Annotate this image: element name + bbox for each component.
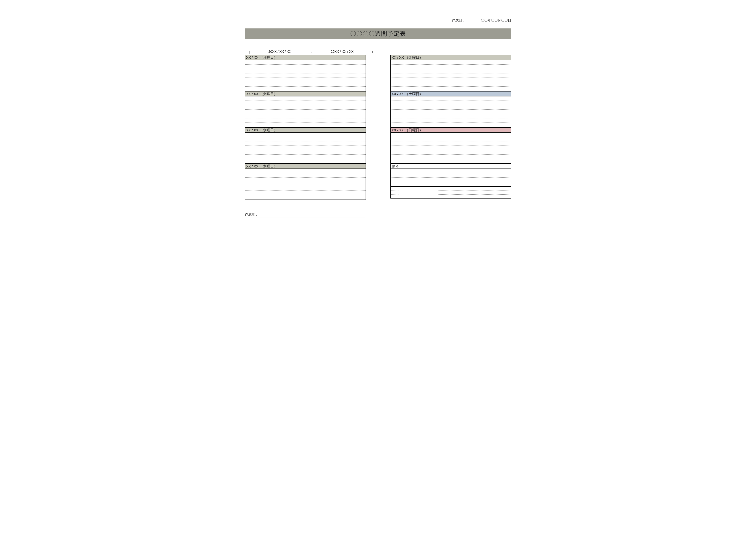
- stamp-left-gutter: [391, 187, 399, 198]
- schedule-line[interactable]: [245, 114, 365, 119]
- schedule-line[interactable]: [245, 150, 365, 154]
- schedule-line[interactable]: [391, 114, 511, 119]
- schedule-line[interactable]: [391, 133, 511, 137]
- schedule-line[interactable]: [245, 87, 365, 91]
- schedule-line[interactable]: [245, 141, 365, 146]
- day-lines-friday: [391, 60, 511, 91]
- schedule-line[interactable]: [391, 60, 511, 65]
- day-block-friday: XX / XX （金曜日）: [391, 55, 511, 91]
- schedule-line[interactable]: [391, 169, 511, 173]
- day-header-tuesday: XX / XX （火曜日）: [245, 91, 365, 96]
- schedule-line[interactable]: [391, 159, 511, 163]
- author-field[interactable]: 作成者：: [245, 212, 365, 217]
- day-lines-sunday: [391, 133, 511, 163]
- document-meta: 作成日： 〇〇年〇〇月〇〇日: [245, 18, 511, 23]
- schedule-line[interactable]: [391, 123, 511, 127]
- schedule-line[interactable]: [245, 73, 365, 78]
- stamp-row: [391, 186, 511, 198]
- schedule-line[interactable]: [245, 105, 365, 110]
- schedule-line[interactable]: [391, 69, 511, 73]
- day-header-wednesday: XX / XX （水曜日）: [245, 127, 365, 133]
- day-header-friday: XX / XX （金曜日）: [391, 55, 511, 60]
- schedule-line[interactable]: [245, 146, 365, 150]
- right-column: XX / XX （金曜日） XX / XX （土曜日）: [391, 55, 511, 200]
- range-close-paren: ）: [371, 50, 375, 54]
- schedule-line[interactable]: [438, 195, 511, 198]
- schedule-line[interactable]: [391, 137, 511, 141]
- schedule-line[interactable]: [391, 187, 399, 191]
- day-header-thursday: XX / XX （木曜日）: [245, 164, 365, 169]
- schedule-line[interactable]: [245, 159, 365, 163]
- schedule-columns: XX / XX （月曜日） XX / XX （火曜日）: [245, 55, 511, 200]
- day-lines-tuesday: [245, 96, 365, 127]
- day-block-wednesday: XX / XX （水曜日）: [245, 127, 366, 164]
- schedule-line[interactable]: [245, 110, 365, 114]
- schedule-line[interactable]: [245, 177, 365, 182]
- schedule-line[interactable]: [391, 73, 511, 78]
- stamp-box[interactable]: [425, 187, 438, 198]
- range-end-date: 20XX / XX / XX: [331, 50, 353, 54]
- schedule-line[interactable]: [245, 96, 365, 101]
- schedule-line[interactable]: [245, 195, 365, 200]
- schedule-line[interactable]: [245, 123, 365, 127]
- schedule-line[interactable]: [391, 119, 511, 123]
- schedule-line[interactable]: [438, 191, 511, 194]
- schedule-line[interactable]: [245, 119, 365, 123]
- schedule-line[interactable]: [391, 177, 511, 182]
- day-lines-saturday: [391, 96, 511, 127]
- schedule-line[interactable]: [391, 101, 511, 105]
- stamp-right-area: [438, 187, 511, 198]
- schedule-line[interactable]: [245, 154, 365, 159]
- schedule-line[interactable]: [245, 60, 365, 65]
- schedule-line[interactable]: [391, 195, 399, 198]
- schedule-line[interactable]: [391, 173, 511, 177]
- day-lines-wednesday: [245, 133, 365, 163]
- schedule-line[interactable]: [245, 69, 365, 73]
- schedule-line[interactable]: [391, 105, 511, 110]
- day-lines-monday: [245, 60, 365, 91]
- schedule-line[interactable]: [245, 191, 365, 195]
- schedule-line[interactable]: [245, 182, 365, 186]
- schedule-line[interactable]: [391, 78, 511, 82]
- day-header-monday: XX / XX （月曜日）: [245, 55, 365, 60]
- schedule-line[interactable]: [391, 87, 511, 91]
- page: 作成日： 〇〇年〇〇月〇〇日 〇〇〇〇週間予定表 （ 20XX / XX / X…: [223, 0, 533, 295]
- schedule-line[interactable]: [245, 65, 365, 69]
- author-label: 作成者：: [245, 212, 258, 216]
- range-open-paren: （: [247, 50, 250, 54]
- created-date-label: 作成日：: [452, 18, 465, 23]
- schedule-line[interactable]: [391, 150, 511, 154]
- schedule-line[interactable]: [245, 186, 365, 191]
- schedule-line[interactable]: [391, 65, 511, 69]
- schedule-line[interactable]: [245, 137, 365, 141]
- schedule-line[interactable]: [391, 82, 511, 87]
- schedule-line[interactable]: [245, 169, 365, 173]
- document-title: 〇〇〇〇週間予定表: [245, 28, 511, 39]
- remarks-lines: [391, 169, 511, 186]
- schedule-line[interactable]: [391, 141, 511, 146]
- day-block-thursday: XX / XX （木曜日）: [245, 164, 366, 200]
- day-header-sunday: XX / XX （日曜日）: [391, 127, 511, 133]
- day-block-sunday: XX / XX （日曜日）: [391, 127, 511, 164]
- schedule-line[interactable]: [245, 82, 365, 87]
- day-lines-thursday: [245, 169, 365, 200]
- schedule-line[interactable]: [391, 96, 511, 101]
- schedule-line[interactable]: [245, 133, 365, 137]
- schedule-line[interactable]: [438, 187, 511, 191]
- schedule-line[interactable]: [391, 182, 511, 186]
- day-block-saturday: XX / XX （土曜日）: [391, 91, 511, 127]
- left-column: XX / XX （月曜日） XX / XX （火曜日）: [245, 55, 366, 200]
- schedule-line[interactable]: [245, 173, 365, 177]
- day-block-tuesday: XX / XX （火曜日）: [245, 91, 366, 127]
- schedule-line[interactable]: [245, 101, 365, 105]
- stamp-box[interactable]: [399, 187, 412, 198]
- schedule-line[interactable]: [391, 146, 511, 150]
- stamp-box[interactable]: [412, 187, 425, 198]
- schedule-line[interactable]: [391, 154, 511, 159]
- remarks-block: 備考: [391, 164, 511, 199]
- schedule-line[interactable]: [391, 191, 399, 194]
- schedule-line[interactable]: [245, 78, 365, 82]
- date-range: （ 20XX / XX / XX ～ 20XX / XX / XX ）: [245, 50, 511, 54]
- range-start-date: 20XX / XX / XX: [268, 50, 291, 54]
- schedule-line[interactable]: [391, 110, 511, 114]
